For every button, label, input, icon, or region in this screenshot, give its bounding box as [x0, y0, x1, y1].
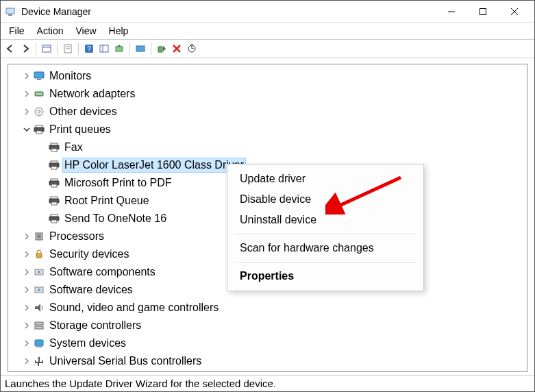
tree-node-label: Monitors: [48, 69, 92, 83]
toolbar-refresh-icon[interactable]: [97, 42, 111, 56]
context-menu-item[interactable]: Disable device: [227, 189, 423, 210]
printer-icon: [48, 177, 60, 188]
tree-node[interactable]: Network adapters: [12, 85, 527, 103]
tree-node-label: Microsoft Print to PDF: [63, 176, 173, 190]
tree-node[interactable]: System devices: [12, 334, 527, 352]
chevron-right-icon[interactable]: [22, 321, 32, 330]
chevron-right-icon[interactable]: [22, 339, 32, 348]
context-menu-separator: [234, 234, 416, 234]
tree-node-label: Root Print Queue: [63, 194, 151, 208]
context-menu-item[interactable]: Uninstall device: [227, 210, 423, 230]
tree-node[interactable]: Sound, video and game controllers: [12, 299, 527, 317]
svg-point-23: [38, 93, 40, 95]
context-menu: Update driverDisable deviceUninstall dev…: [227, 164, 424, 291]
toolbar-properties-icon[interactable]: [61, 42, 75, 56]
titlebar: Device Manager: [1, 1, 534, 23]
svg-rect-19: [34, 72, 44, 78]
toolbar: ?: [1, 39, 534, 58]
tree-node[interactable]: Print queues: [12, 121, 527, 138]
tree-node-label: Send To OneNote 16: [63, 212, 168, 225]
svg-rect-17: [158, 47, 162, 52]
chevron-right-icon[interactable]: [22, 267, 32, 277]
svg-rect-0: [6, 8, 14, 14]
svg-text:?: ?: [38, 109, 41, 115]
toolbar-enable-icon[interactable]: [155, 42, 169, 56]
toolbar-separator: [151, 42, 151, 55]
svg-rect-46: [37, 234, 41, 238]
component-icon: [33, 284, 45, 295]
context-menu-item[interactable]: Update driver: [227, 169, 423, 189]
usb-icon: [33, 356, 45, 367]
toolbar-back-icon[interactable]: [3, 42, 17, 56]
svg-rect-38: [51, 184, 57, 187]
unknown-icon: ?: [33, 106, 45, 117]
tree-node[interactable]: ?Other devices: [12, 103, 527, 121]
chevron-right-icon[interactable]: [22, 71, 32, 81]
tree-node-label: Universal Serial Bus controllers: [48, 354, 203, 368]
tree-node[interactable]: Monitors: [12, 67, 527, 85]
tree-node[interactable]: Fax: [12, 138, 527, 156]
context-menu-item[interactable]: Scan for hardware changes: [227, 238, 423, 258]
chevron-right-icon[interactable]: [22, 232, 32, 241]
context-menu-item[interactable]: Properties: [227, 266, 423, 286]
menu-help[interactable]: Help: [103, 24, 134, 38]
svg-rect-32: [51, 149, 57, 151]
svg-rect-41: [51, 202, 57, 205]
storage-icon: [33, 320, 45, 331]
statusbar: Launches the Update Driver Wizard for th…: [1, 375, 534, 391]
close-button[interactable]: [499, 1, 530, 22]
toolbar-separator: [78, 42, 79, 55]
printer-icon: [48, 195, 60, 206]
menu-file[interactable]: File: [3, 24, 30, 38]
toolbar-separator: [36, 42, 36, 55]
menu-view[interactable]: View: [70, 24, 101, 38]
app-icon: [5, 6, 16, 17]
toolbar-update-driver-icon[interactable]: [112, 42, 126, 56]
svg-rect-15: [116, 47, 123, 51]
tree-node-label: Other devices: [48, 105, 119, 119]
tree-node-label: Print queues: [48, 123, 112, 136]
statusbar-text: Launches the Update Driver Wizard for th…: [5, 378, 276, 389]
chevron-right-icon[interactable]: [22, 285, 32, 295]
chevron-right-icon[interactable]: [22, 107, 32, 117]
sound-icon: [33, 302, 45, 313]
chevron-right-icon[interactable]: [22, 356, 32, 366]
toolbar-show-hidden-icon[interactable]: [40, 42, 53, 56]
menu-action[interactable]: Action: [32, 24, 69, 38]
tree-node-label: Software devices: [48, 283, 134, 297]
svg-rect-47: [36, 254, 42, 258]
tree-node-label: Software components: [48, 265, 157, 279]
svg-rect-20: [37, 79, 41, 80]
svg-rect-53: [35, 322, 43, 325]
minimize-button[interactable]: [436, 1, 467, 22]
svg-point-24: [40, 93, 42, 95]
component-icon: [33, 267, 45, 278]
tree-node-label: System devices: [48, 336, 127, 350]
toolbar-help-icon[interactable]: ?: [82, 42, 96, 56]
svg-rect-3: [480, 8, 486, 14]
chevron-right-icon[interactable]: [22, 303, 32, 313]
context-menu-separator: [234, 262, 416, 262]
tree-node[interactable]: Universal Serial Bus controllers: [12, 352, 527, 370]
toolbar-separator: [129, 42, 130, 55]
svg-rect-35: [51, 167, 57, 169]
maximize-button[interactable]: [467, 1, 499, 22]
toolbar-remote-icon[interactable]: [134, 42, 147, 56]
printer-icon: [33, 124, 45, 135]
chevron-down-icon[interactable]: [22, 125, 32, 134]
tree-node-label: HP Color LaserJet 1600 Class Driver: [63, 158, 245, 172]
toolbar-separator: [57, 42, 58, 55]
svg-point-22: [36, 93, 38, 95]
toolbar-scan-icon[interactable]: [185, 42, 199, 56]
chevron-right-icon[interactable]: [22, 249, 32, 259]
tree-node-label: Network adapters: [48, 87, 136, 101]
toolbar-forward-icon[interactable]: [18, 42, 32, 56]
printer-icon: [48, 160, 60, 171]
tree-node-label: Processors: [48, 230, 105, 243]
svg-rect-6: [42, 45, 51, 52]
tree-node[interactable]: Storage controllers: [12, 317, 527, 334]
chevron-right-icon[interactable]: [22, 89, 32, 99]
toolbar-uninstall-icon[interactable]: [170, 42, 184, 56]
svg-rect-1: [8, 14, 12, 16]
svg-rect-16: [136, 46, 145, 51]
